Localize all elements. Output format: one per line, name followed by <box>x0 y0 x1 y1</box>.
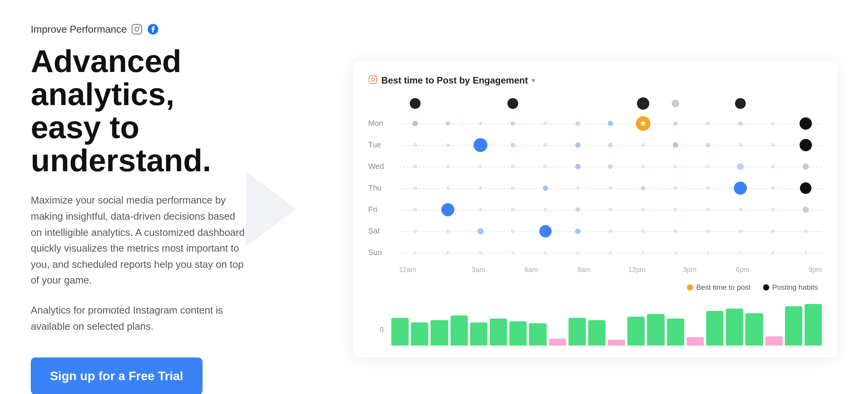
bar-item <box>647 314 664 346</box>
svg-point-5 <box>371 78 374 81</box>
header-dot-cell <box>692 97 724 110</box>
bar-item <box>726 309 743 346</box>
bar-item <box>490 319 507 346</box>
legend-label-habits: Posting habits <box>772 283 818 292</box>
legend-habits: Posting habits <box>763 283 818 292</box>
instagram-icon <box>131 23 143 35</box>
chart-title: Best time to Post by Engagement <box>381 75 528 86</box>
svg-rect-0 <box>132 25 141 34</box>
bar-item <box>529 323 546 346</box>
dots-row-sat <box>399 225 822 237</box>
day-row-thu: Thu <box>368 177 822 199</box>
legend-best-time: Best time to post <box>687 283 751 292</box>
time-tick-6am: 6am <box>505 266 558 274</box>
dots-row-mon: ★ <box>399 116 822 131</box>
day-label-wed: Wed <box>368 162 399 171</box>
day-row-tue: Tue <box>368 134 822 156</box>
header-dot-cell <box>562 97 594 110</box>
right-column: Best time to Post by Engagement ▾ <box>269 61 837 357</box>
header-dot-cell <box>529 97 562 110</box>
svg-rect-4 <box>369 76 377 83</box>
day-row-sat: Sat <box>368 220 822 242</box>
bar-item <box>588 320 605 346</box>
sub-description-text: Analytics for promoted Instagram content… <box>31 302 246 334</box>
svg-point-2 <box>139 26 140 27</box>
dots-row-sun <box>399 251 822 254</box>
improve-performance-label: Improve Performance <box>31 23 127 35</box>
header-dot-cell <box>757 97 790 110</box>
time-tick-12am: 12am <box>399 266 452 274</box>
day-row-fri: Fri <box>368 199 822 220</box>
bar-item <box>785 306 802 346</box>
dots-row-fri <box>399 203 822 216</box>
facebook-icon <box>147 23 159 35</box>
chevron-down-icon[interactable]: ▾ <box>532 76 535 85</box>
day-label-sun: Sun <box>368 248 399 257</box>
header-dots-row <box>368 97 822 110</box>
chart-instagram-icon <box>368 75 377 86</box>
bar-item <box>627 317 645 345</box>
day-label-sat: Sat <box>368 227 399 235</box>
bar-item <box>451 316 468 346</box>
zero-label: 0 <box>380 326 384 334</box>
description-text: Maximize your social media performance b… <box>31 192 246 289</box>
bar-item <box>745 313 763 346</box>
legend-label-best-time: Best time to post <box>696 283 751 292</box>
bar-item <box>411 322 428 346</box>
day-label-mon: Mon <box>368 119 399 128</box>
chart-header: Best time to Post by Engagement ▾ <box>368 75 822 86</box>
bar-item <box>431 320 448 346</box>
dots-row-tue <box>399 138 822 152</box>
svg-point-6 <box>374 77 375 78</box>
header-dot-cell <box>659 97 692 110</box>
time-tick-12pm: 12pm <box>610 266 663 274</box>
header-dot-cell <box>432 97 464 110</box>
time-tick-6pm: 6pm <box>716 266 769 274</box>
bar-item <box>569 318 586 346</box>
header-dot-cell <box>497 97 529 110</box>
bar-item <box>805 304 822 346</box>
bar-item <box>391 318 409 346</box>
time-axis: 12am 3am 6am 9am 12pm 3pm 6pm 9pm <box>368 266 822 274</box>
bar-item-pink <box>687 337 704 346</box>
signup-button[interactable]: Sign up for a Free Trial <box>31 357 203 394</box>
day-row-sun: Sun <box>368 242 822 264</box>
left-column: Improve Performance Advanced analytics, … <box>31 23 269 394</box>
dots-row-thu <box>399 182 822 195</box>
header-dot-cell <box>399 97 432 110</box>
chart-panel: Best time to Post by Engagement ▾ <box>353 61 837 357</box>
bar-item <box>509 321 527 345</box>
dots-row-wed <box>399 163 822 170</box>
header-dot-cell <box>789 97 822 110</box>
bar-item-pink <box>549 339 566 346</box>
bar-item-pink <box>765 336 783 346</box>
legend-dot-best-time <box>687 284 693 290</box>
headline: Advanced analytics, easy to understand. <box>31 45 246 177</box>
header-dot-cell <box>724 97 757 110</box>
day-row-mon: Mon ★ <box>368 113 822 134</box>
bar-chart-inner <box>368 299 822 346</box>
label-row: Improve Performance <box>31 23 246 35</box>
time-tick-9pm: 9pm <box>769 266 822 274</box>
time-tick-3am: 3am <box>452 266 505 274</box>
bar-item <box>470 322 487 346</box>
bar-item <box>706 311 723 346</box>
time-tick-9am: 9am <box>558 266 611 274</box>
dot-grid: Mon ★ <box>368 97 822 274</box>
header-dot-cell <box>594 97 627 110</box>
svg-point-1 <box>135 27 139 31</box>
time-tick-3pm: 3pm <box>663 266 717 274</box>
header-dot-cell <box>464 97 497 110</box>
bar-chart: 0 <box>368 299 822 346</box>
header-dot-cell <box>627 97 659 110</box>
bar-item-pink <box>608 340 625 345</box>
legend-dot-habits <box>763 284 769 290</box>
day-row-wed: Wed <box>368 156 822 177</box>
legend-row: Best time to post Posting habits <box>368 283 822 292</box>
day-label-tue: Tue <box>368 140 399 149</box>
bar-item <box>667 319 684 346</box>
day-label-thu: Thu <box>368 184 399 192</box>
day-label-fri: Fri <box>368 205 399 214</box>
